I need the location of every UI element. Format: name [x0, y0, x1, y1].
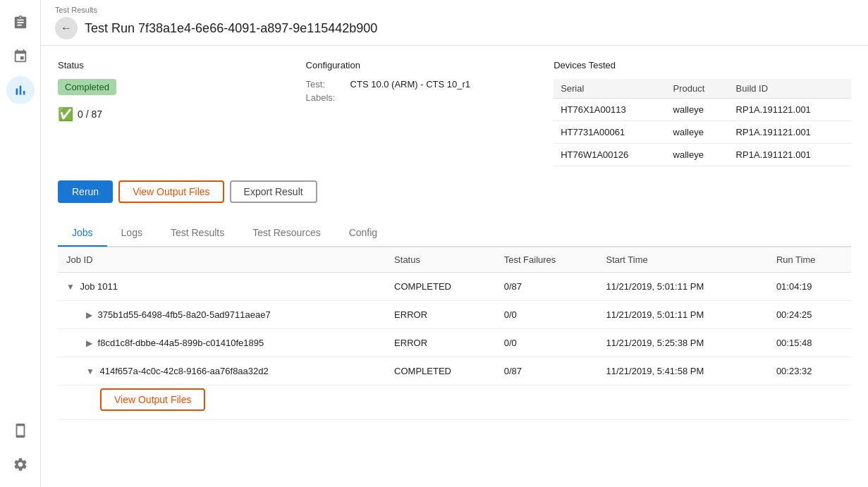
pass-count-value: 0 / 87	[78, 109, 102, 120]
inline-view-output-button[interactable]: View Output Files	[100, 388, 205, 411]
action-buttons: Rerun View Output Files Export Result	[58, 180, 851, 203]
device-build-id: RP1A.191121.001	[729, 99, 851, 121]
start-time-cell: 11/21/2019, 5:25:38 PM	[598, 329, 768, 357]
devices-col-build: Build ID	[729, 79, 851, 99]
test-failures-cell: 0/87	[496, 357, 598, 386]
tab-config[interactable]: Config	[335, 220, 391, 247]
status-block: Status Completed ✅ 0 / 87	[58, 60, 306, 166]
content-area: Status Completed ✅ 0 / 87 Configuration …	[41, 46, 868, 487]
job-id-cell: ▼ 414f657a-4c0c-42c8-9166-aa76f8aa32d2	[58, 357, 386, 386]
run-time-cell: 00:24:25	[768, 301, 851, 329]
status-cell: COMPLETED	[386, 357, 496, 386]
device-row: HT76X1A00113 walleye RP1A.191121.001	[554, 99, 851, 121]
test-failures-cell: 0/0	[496, 329, 598, 357]
devices-block: Devices Tested Serial Product Build ID H…	[554, 60, 851, 166]
config-test-label: Test:	[306, 79, 345, 90]
config-test-row: Test: CTS 10.0 (ARM) - CTS 10_r1	[306, 79, 554, 90]
device-product: walleye	[666, 121, 729, 144]
devices-col-product: Product	[666, 79, 729, 99]
run-time-cell: 01:04:19	[768, 273, 851, 301]
tab-test-resources[interactable]: Test Resources	[238, 220, 334, 247]
run-time-cell: 00:15:48	[768, 329, 851, 357]
config-title: Configuration	[306, 60, 554, 70]
table-row: ▶ 375b1d55-6498-4fb5-8a20-5ad9711aeae7 E…	[58, 301, 851, 329]
expand-icon[interactable]: ▼	[66, 282, 75, 292]
devices-col-serial: Serial	[554, 79, 666, 99]
expand-icon[interactable]: ▶	[86, 310, 92, 320]
main-content: Test Results ← Test Run 7f38a1e4-6e66-40…	[41, 0, 868, 487]
col-run-time: Run Time	[768, 247, 851, 273]
clipboard-icon[interactable]	[6, 8, 35, 37]
job-id-cell: ▶ 375b1d55-6498-4fb5-8a20-5ad9711aeae7	[58, 301, 386, 329]
status-cell: COMPLETED	[386, 273, 496, 301]
status-title: Status	[58, 60, 306, 70]
start-time-cell: 11/21/2019, 5:01:11 PM	[598, 301, 768, 329]
col-job-id: Job ID	[58, 247, 386, 273]
run-time-cell: 00:23:32	[768, 357, 851, 386]
config-test-value: CTS 10.0 (ARM) - CTS 10_r1	[350, 79, 471, 90]
expand-icon[interactable]: ▶	[86, 338, 92, 348]
device-serial: HT76W1A00126	[554, 144, 666, 166]
device-build-id: RP1A.191121.001	[729, 144, 851, 166]
devices-table: Serial Product Build ID HT76X1A00113 wal…	[554, 79, 851, 166]
expand-icon[interactable]: ▼	[86, 366, 94, 376]
status-cell: ERROR	[386, 329, 496, 357]
col-status: Status	[386, 247, 496, 273]
device-serial: HT7731A00061	[554, 121, 666, 144]
top-bar: Test Results ← Test Run 7f38a1e4-6e66-40…	[41, 0, 868, 46]
device-serial: HT76X1A00113	[554, 99, 666, 121]
job-id-cell: ▼ Job 1011	[58, 273, 386, 301]
status-badge: Completed	[58, 79, 116, 95]
phone-icon[interactable]	[6, 417, 35, 445]
job-id-cell: ▶ f8cd1c8f-dbbe-44a5-899b-c01410fe1895	[58, 329, 386, 357]
devices-title: Devices Tested	[554, 60, 851, 70]
table-row: ▶ f8cd1c8f-dbbe-44a5-899b-c01410fe1895 E…	[58, 329, 851, 357]
export-button[interactable]: Export Result	[230, 180, 317, 203]
table-row: ▼ Job 1011 COMPLETED 0/87 11/21/2019, 5:…	[58, 273, 851, 301]
device-row: HT76W1A00126 walleye RP1A.191121.001	[554, 144, 851, 166]
calendar-icon[interactable]	[6, 42, 35, 70]
device-product: walleye	[666, 144, 729, 166]
start-time-cell: 11/21/2019, 5:01:11 PM	[598, 273, 768, 301]
bar-chart-icon[interactable]	[6, 76, 35, 104]
tabs-row: Jobs Logs Test Results Test Resources Co…	[58, 220, 851, 247]
col-test-failures: Test Failures	[496, 247, 598, 273]
start-time-cell: 11/21/2019, 5:41:58 PM	[598, 357, 768, 386]
settings-icon[interactable]	[6, 450, 35, 479]
info-section: Status Completed ✅ 0 / 87 Configuration …	[58, 60, 851, 166]
tab-logs[interactable]: Logs	[107, 220, 157, 247]
device-build-id: RP1A.191121.001	[729, 121, 851, 144]
inline-btn-row: View Output Files	[58, 386, 851, 420]
config-labels-row: Labels:	[306, 92, 554, 103]
table-row: ▼ 414f657a-4c0c-42c8-9166-aa76f8aa32d2 C…	[58, 357, 851, 386]
pass-count: ✅ 0 / 87	[58, 106, 306, 122]
col-start-time: Start Time	[598, 247, 768, 273]
rerun-button[interactable]: Rerun	[58, 180, 113, 203]
device-product: walleye	[666, 99, 729, 121]
tab-jobs[interactable]: Jobs	[58, 220, 107, 247]
sidebar	[0, 0, 41, 487]
config-block: Configuration Test: CTS 10.0 (ARM) - CTS…	[306, 60, 554, 166]
jobs-table: Job ID Status Test Failures Start Time R…	[58, 247, 851, 420]
page-title: Test Run 7f38a1e4-6e66-4091-a897-9e11544…	[85, 21, 377, 36]
test-failures-cell: 0/0	[496, 301, 598, 329]
config-labels-label: Labels:	[306, 92, 345, 103]
breadcrumb: Test Results	[55, 6, 854, 14]
device-row: HT7731A00061 walleye RP1A.191121.001	[554, 121, 851, 144]
view-output-button[interactable]: View Output Files	[118, 180, 224, 203]
page-title-row: ← Test Run 7f38a1e4-6e66-4091-a897-9e115…	[55, 17, 854, 39]
back-button[interactable]: ←	[55, 17, 78, 39]
test-failures-cell: 0/87	[496, 273, 598, 301]
check-circle-icon: ✅	[58, 106, 73, 122]
status-cell: ERROR	[386, 301, 496, 329]
tab-test-results[interactable]: Test Results	[157, 220, 238, 247]
